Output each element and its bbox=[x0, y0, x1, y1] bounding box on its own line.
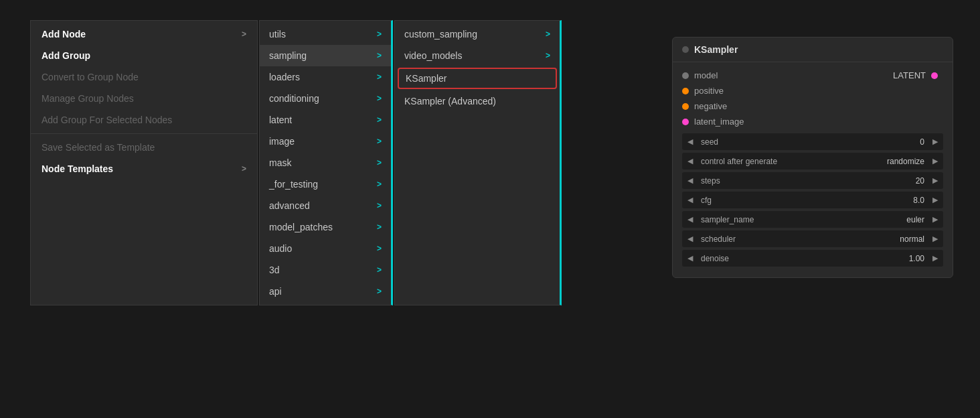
node-ksampler[interactable]: KSampler bbox=[398, 68, 557, 89]
steps-value: 20 bbox=[916, 176, 927, 186]
cat-loaders-label: loaders bbox=[269, 72, 300, 82]
node-ksampler-label: KSampler bbox=[406, 73, 446, 84]
sampler-decrement[interactable]: ◀ bbox=[682, 212, 698, 226]
cat-api[interactable]: api > bbox=[260, 281, 391, 302]
cat-mask-label: mask bbox=[269, 157, 291, 168]
cat-conditioning-label: conditioning bbox=[269, 93, 319, 104]
cat-mask[interactable]: mask > bbox=[260, 152, 391, 173]
menu-item-node-templates[interactable]: Node Templates > bbox=[31, 158, 257, 180]
steps-decrement[interactable]: ◀ bbox=[682, 173, 698, 188]
cat-audio[interactable]: audio > bbox=[260, 238, 391, 259]
model-dot bbox=[682, 72, 689, 79]
cat-for-testing-label: _for_testing bbox=[269, 179, 318, 190]
cat-advanced-arrow: > bbox=[377, 201, 382, 210]
node-custom-sampling[interactable]: custom_sampling > bbox=[395, 23, 560, 45]
cat-model-patches-arrow: > bbox=[377, 222, 382, 232]
cat-audio-label: audio bbox=[269, 243, 292, 254]
cat-loaders[interactable]: loaders > bbox=[260, 66, 391, 88]
control-seed[interactable]: ◀ seed 0 ▶ bbox=[682, 133, 943, 150]
denoise-label: denoise bbox=[698, 254, 909, 263]
scheduler-value: normal bbox=[900, 234, 927, 244]
menu-item-convert-group-node-label: Convert to Group Node bbox=[42, 72, 139, 82]
cat-audio-arrow: > bbox=[377, 244, 382, 253]
control-denoise[interactable]: ◀ denoise 1.00 ▶ bbox=[682, 250, 943, 267]
denoise-decrement[interactable]: ◀ bbox=[682, 251, 698, 265]
scheduler-label: scheduler bbox=[698, 234, 900, 244]
control-sampler-name[interactable]: ◀ sampler_name euler ▶ bbox=[682, 211, 943, 228]
cat-3d-arrow: > bbox=[377, 265, 382, 275]
control-cfg[interactable]: ◀ cfg 8.0 ▶ bbox=[682, 192, 943, 208]
node-ksampler-advanced[interactable]: KSampler (Advanced) bbox=[395, 90, 560, 112]
ksampler-title: KSampler bbox=[694, 44, 738, 55]
cat-sampling[interactable]: sampling > bbox=[260, 45, 391, 66]
steps-increment[interactable]: ▶ bbox=[927, 173, 943, 188]
control-increment[interactable]: ▶ bbox=[927, 154, 943, 168]
ksampler-inputs: model LATENT positive negative latent_im… bbox=[673, 62, 953, 129]
menu-item-convert-group-node: Convert to Group Node bbox=[31, 66, 257, 88]
cat-api-label: api bbox=[269, 286, 282, 297]
cat-model-patches-label: model_patches bbox=[269, 222, 333, 232]
node-ksampler-advanced-label: KSampler (Advanced) bbox=[404, 96, 496, 107]
cfg-increment[interactable]: ▶ bbox=[927, 193, 943, 207]
ksampler-panel: KSampler model LATENT positive negative … bbox=[672, 37, 953, 278]
denoise-increment[interactable]: ▶ bbox=[927, 251, 943, 265]
sampler-label: sampler_name bbox=[698, 215, 906, 224]
menu-item-add-group-selected-label: Add Group For Selected Nodes bbox=[42, 115, 172, 125]
seed-decrement[interactable]: ◀ bbox=[682, 135, 698, 149]
ksampler-input-positive: positive bbox=[682, 83, 943, 98]
control-label: control after generate bbox=[698, 157, 887, 166]
negative-label: negative bbox=[694, 101, 943, 111]
cat-conditioning-arrow: > bbox=[377, 94, 382, 103]
latent-dot bbox=[931, 72, 938, 79]
sampler-increment[interactable]: ▶ bbox=[927, 212, 943, 226]
cat-for-testing-arrow: > bbox=[377, 180, 382, 189]
scheduler-decrement[interactable]: ◀ bbox=[682, 232, 698, 246]
node-video-models-label: video_models bbox=[404, 50, 462, 61]
cat-image[interactable]: image > bbox=[260, 131, 391, 152]
control-after-generate[interactable]: ◀ control after generate randomize ▶ bbox=[682, 153, 943, 169]
menu-item-node-templates-label: Node Templates bbox=[42, 163, 113, 174]
cat-latent[interactable]: latent > bbox=[260, 109, 391, 131]
menu-item-save-template-label: Save Selected as Template bbox=[42, 142, 155, 153]
menu-item-add-group-selected: Add Group For Selected Nodes bbox=[31, 109, 257, 131]
cfg-value: 8.0 bbox=[913, 196, 927, 205]
menu-item-add-group[interactable]: Add Group bbox=[31, 45, 257, 66]
menu-item-add-node[interactable]: Add Node > bbox=[31, 23, 257, 45]
steps-label: steps bbox=[698, 176, 916, 186]
cat-advanced[interactable]: advanced > bbox=[260, 195, 391, 216]
cfg-label: cfg bbox=[698, 196, 913, 205]
node-video-models[interactable]: video_models > bbox=[395, 45, 560, 66]
control-decrement[interactable]: ◀ bbox=[682, 154, 698, 168]
node-video-models-arrow: > bbox=[546, 51, 550, 60]
cfg-decrement[interactable]: ◀ bbox=[682, 193, 698, 207]
latent-label: LATENT bbox=[893, 70, 926, 80]
seed-increment[interactable]: ▶ bbox=[927, 135, 943, 149]
menu-item-manage-group-nodes-label: Manage Group Nodes bbox=[42, 93, 134, 104]
cat-3d[interactable]: 3d > bbox=[260, 259, 391, 281]
latent-image-label: latent_image bbox=[694, 117, 943, 127]
negative-dot bbox=[682, 103, 689, 110]
ksampler-header-dot bbox=[682, 46, 689, 53]
seed-value: 0 bbox=[920, 137, 927, 147]
menus-container: Add Node > Add Group Convert to Group No… bbox=[30, 20, 562, 305]
positive-label: positive bbox=[694, 86, 943, 96]
cat-for-testing[interactable]: _for_testing > bbox=[260, 173, 391, 195]
scheduler-increment[interactable]: ▶ bbox=[927, 232, 943, 246]
seed-label: seed bbox=[698, 137, 920, 147]
category-menu: utils > sampling > loaders > conditionin… bbox=[259, 20, 393, 305]
cat-advanced-label: advanced bbox=[269, 200, 310, 211]
denoise-value: 1.00 bbox=[909, 254, 927, 263]
latent-image-dot bbox=[682, 119, 689, 125]
node-menu: custom_sampling > video_models > KSample… bbox=[394, 20, 562, 305]
control-steps[interactable]: ◀ steps 20 ▶ bbox=[682, 172, 943, 189]
menu-item-save-template: Save Selected as Template bbox=[31, 137, 257, 158]
cat-utils[interactable]: utils > bbox=[260, 23, 391, 45]
cat-loaders-arrow: > bbox=[377, 72, 382, 82]
positive-dot bbox=[682, 88, 689, 94]
ksampler-header: KSampler bbox=[673, 38, 953, 62]
cat-image-arrow: > bbox=[377, 137, 382, 146]
menu-item-add-node-label: Add Node bbox=[42, 29, 86, 40]
cat-conditioning[interactable]: conditioning > bbox=[260, 88, 391, 109]
control-scheduler[interactable]: ◀ scheduler normal ▶ bbox=[682, 230, 943, 247]
cat-model-patches[interactable]: model_patches > bbox=[260, 216, 391, 238]
